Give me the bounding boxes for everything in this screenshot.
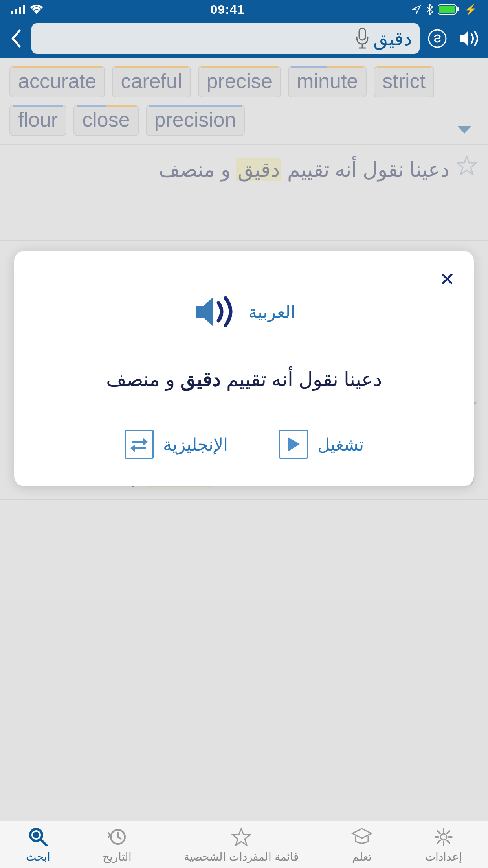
microphone-icon[interactable] xyxy=(354,28,370,50)
search-input[interactable]: دقيق xyxy=(373,28,412,50)
switch-language-button[interactable]: الإنجليزية xyxy=(125,430,228,459)
tab-label: ابحث xyxy=(26,850,50,863)
bluetooth-icon xyxy=(426,4,433,15)
search-box[interactable]: دقيق xyxy=(31,23,420,54)
status-time: 09:41 xyxy=(211,2,245,17)
svg-line-11 xyxy=(41,840,46,845)
back-button[interactable] xyxy=(8,27,24,50)
history-icon xyxy=(106,826,128,848)
close-button[interactable]: ✕ xyxy=(439,268,455,290)
switch-button-label: الإنجليزية xyxy=(163,434,228,454)
charging-icon: ⚡ xyxy=(464,4,477,16)
signal-icon xyxy=(11,5,25,14)
graduation-icon xyxy=(351,826,373,848)
svg-point-10 xyxy=(33,832,39,838)
app-header: دقيق xyxy=(0,19,488,58)
status-right: ⚡ xyxy=(412,4,477,16)
status-left xyxy=(11,5,43,14)
wifi-icon xyxy=(30,5,43,14)
tab-search[interactable]: ابحث xyxy=(26,826,50,863)
tab-learn[interactable]: تعلم xyxy=(351,826,373,863)
play-button[interactable]: تشغيل xyxy=(279,430,364,459)
swap-icon xyxy=(125,430,154,459)
tab-settings[interactable]: إعدادات xyxy=(425,826,462,863)
svg-rect-0 xyxy=(11,11,13,14)
speaker-icon[interactable] xyxy=(458,29,480,48)
svg-rect-3 xyxy=(23,5,25,14)
speaker-large-icon[interactable] xyxy=(193,294,237,329)
search-icon xyxy=(27,826,49,848)
play-button-label: تشغيل xyxy=(317,434,364,454)
tab-label: إعدادات xyxy=(425,850,462,863)
tab-label: تعلم xyxy=(352,850,372,863)
audio-popup: ✕ العربية دعينا نقول أنه تقييم دقيق و من… xyxy=(14,251,474,486)
skype-icon[interactable] xyxy=(427,29,447,48)
popup-language-label: العربية xyxy=(248,302,295,322)
tab-label: قائمة المفردات الشخصية xyxy=(184,850,299,863)
popup-sentence: دعينا نقول أنه تقييم دقيق و منصف xyxy=(34,365,454,394)
tab-label: التاريخ xyxy=(103,850,132,863)
tab-bar: ابحث التاريخ قائمة المفردات الشخصية تعلم… xyxy=(0,821,488,868)
svg-rect-7 xyxy=(359,28,365,40)
location-icon xyxy=(412,5,421,14)
battery-icon xyxy=(438,4,460,15)
content-area: accurate careful precise minute strict f… xyxy=(0,58,488,821)
star-icon xyxy=(230,826,252,848)
svg-rect-6 xyxy=(457,7,459,11)
gear-icon xyxy=(433,826,455,848)
status-bar: 09:41 ⚡ xyxy=(0,0,488,19)
svg-point-13 xyxy=(440,834,447,840)
tab-history[interactable]: التاريخ xyxy=(103,826,132,863)
svg-rect-5 xyxy=(439,6,455,13)
play-icon xyxy=(279,430,308,459)
tab-vocab[interactable]: قائمة المفردات الشخصية xyxy=(184,826,299,863)
svg-rect-2 xyxy=(19,7,21,14)
svg-rect-1 xyxy=(15,9,17,14)
